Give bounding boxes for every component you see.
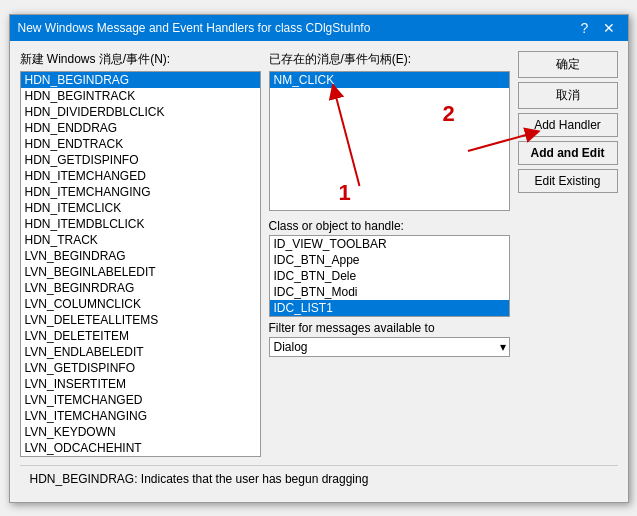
left-list-item[interactable]: LVN_BEGINDRAG [21, 248, 260, 264]
left-list-item[interactable]: LVN_INSERTITEM [21, 376, 260, 392]
left-list-item[interactable]: HDN_DIVIDERDBLCLICK [21, 104, 260, 120]
left-list-item[interactable]: HDN_ITEMCLICK [21, 200, 260, 216]
left-list-item[interactable]: HDN_BEGINDRAG [21, 72, 260, 88]
filter-section: Filter for messages available to Dialog [269, 321, 510, 357]
left-list-item[interactable]: LVN_COLUMNCLICK [21, 296, 260, 312]
left-list-item[interactable]: LVN_DELETEALLITEMS [21, 312, 260, 328]
middle-panel-label: 已存在的消息/事件句柄(E): [269, 51, 510, 68]
class-list-item[interactable]: IDC_BTN_Modi [270, 284, 509, 300]
add-handler-button[interactable]: Add Handler [518, 113, 618, 137]
left-list-item[interactable]: HDN_ITEMDBLCLICK [21, 216, 260, 232]
title-bar-buttons: ? ✕ [574, 19, 620, 37]
filter-label: Filter for messages available to [269, 321, 510, 335]
left-list-item[interactable]: HDN_ENDTRACK [21, 136, 260, 152]
left-list-item[interactable]: LVN_KEYDOWN [21, 424, 260, 440]
left-list-item[interactable]: LVN_ENDLABELEDIT [21, 344, 260, 360]
class-section: Class or object to handle: ID_VIEW_TOOLB… [269, 219, 510, 317]
class-label: Class or object to handle: [269, 219, 510, 233]
add-edit-container: Add and Edit 2 [518, 141, 618, 165]
right-panel: 确定 取消 Add Handler Add and Edit 2 [518, 51, 618, 457]
filter-select[interactable]: Dialog [269, 337, 510, 357]
left-list-item[interactable]: HDN_ITEMCHANGING [21, 184, 260, 200]
middle-panel: 已存在的消息/事件句柄(E): NM_CLICK 1 [269, 51, 510, 457]
add-and-edit-button[interactable]: Add and Edit [518, 141, 618, 165]
left-list-item[interactable]: LVN_ODCACHEHINT [21, 440, 260, 456]
left-list-item[interactable]: LVN_BEGINLABELEDIT [21, 264, 260, 280]
filter-select-wrapper: Dialog [269, 337, 510, 357]
top-section: 新建 Windows 消息/事件(N): HDN_BEGINDRAGHDN_BE… [20, 51, 618, 457]
left-list-item[interactable]: LVN_DELETEITEM [21, 328, 260, 344]
left-list-item[interactable]: HDN_GETDISPINFO [21, 152, 260, 168]
left-panel: 新建 Windows 消息/事件(N): HDN_BEGINDRAGHDN_BE… [20, 51, 261, 457]
bottom-bar: HDN_BEGINDRAG: Indicates that the user h… [20, 465, 618, 492]
left-list-item[interactable]: LVN_BEGINRDRAG [21, 280, 260, 296]
left-list-item[interactable]: HDN_TRACK [21, 232, 260, 248]
left-listbox[interactable]: HDN_BEGINDRAGHDN_BEGINTRACKHDN_DIVIDERDB… [20, 71, 261, 457]
left-list-item[interactable]: HDN_BEGINTRACK [21, 88, 260, 104]
left-list-item[interactable]: HDN_ENDDRAG [21, 120, 260, 136]
class-list-item[interactable]: IDC_BTN_Appe [270, 252, 509, 268]
middle-list-item[interactable]: NM_CLICK [270, 72, 509, 88]
class-list-item[interactable]: ID_VIEW_TOOLBAR [270, 236, 509, 252]
left-panel-label: 新建 Windows 消息/事件(N): [20, 51, 261, 68]
edit-existing-button[interactable]: Edit Existing [518, 169, 618, 193]
title-bar: New Windows Message and Event Handlers f… [10, 15, 628, 41]
bottom-text: HDN_BEGINDRAG: Indicates that the user h… [30, 472, 369, 486]
left-list-item[interactable]: LVN_ITEMCHANGED [21, 392, 260, 408]
help-button[interactable]: ? [574, 19, 596, 37]
close-button[interactable]: ✕ [598, 19, 620, 37]
left-list-item[interactable]: HDN_ITEMCHANGED [21, 168, 260, 184]
left-list-item[interactable]: LVN_ITEMCHANGING [21, 408, 260, 424]
confirm-button[interactable]: 确定 [518, 51, 618, 78]
dialog-body: 新建 Windows 消息/事件(N): HDN_BEGINDRAGHDN_BE… [10, 41, 628, 502]
left-list-item[interactable]: LVN_GETDISPINFO [21, 360, 260, 376]
dialog: New Windows Message and Event Handlers f… [9, 14, 629, 503]
class-listbox[interactable]: ID_VIEW_TOOLBARIDC_BTN_AppeIDC_BTN_DeleI… [269, 235, 510, 317]
class-list-item[interactable]: IDC_BTN_Dele [270, 268, 509, 284]
middle-listbox[interactable]: NM_CLICK [269, 71, 510, 211]
cancel-button[interactable]: 取消 [518, 82, 618, 109]
dialog-title: New Windows Message and Event Handlers f… [18, 21, 371, 35]
class-list-item[interactable]: IDC_LIST1 [270, 300, 509, 316]
